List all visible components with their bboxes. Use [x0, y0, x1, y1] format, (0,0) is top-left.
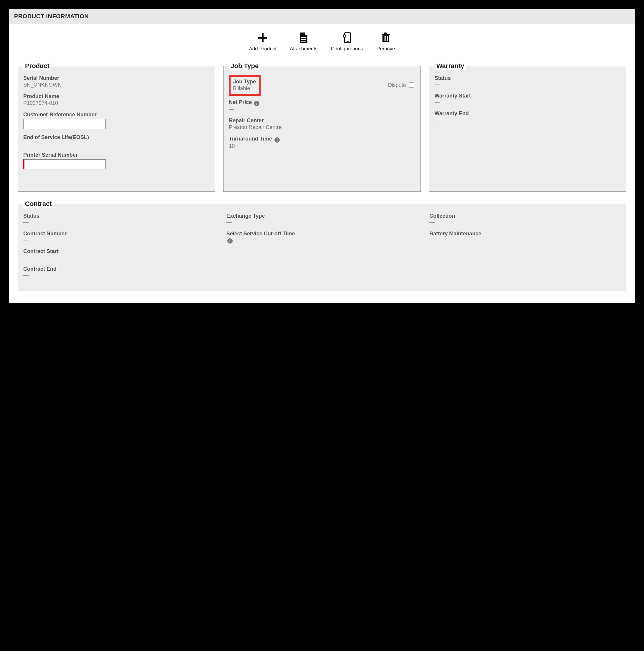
- warranty-fieldset: Warranty Status — Warranty Start — Warra…: [429, 62, 626, 192]
- jobtype-label: Job Type: [233, 79, 256, 85]
- contract-fieldset: Contract Status — Contract Number — Cont…: [18, 200, 626, 291]
- cutoff-time-label: Select Service Cut-off Time i: [226, 231, 418, 244]
- attachments-label: Attachments: [290, 46, 318, 52]
- remove-label: Remove: [376, 46, 395, 52]
- add-product-button[interactable]: Add Product: [249, 32, 277, 52]
- contract-end-value: —: [23, 272, 215, 278]
- svg-point-7: [343, 35, 346, 37]
- warranty-end-label: Warranty End: [434, 111, 621, 117]
- jobtype-value: Billable: [233, 86, 256, 92]
- contract-number-value: —: [23, 237, 215, 243]
- dispute-label: Dispute: [388, 82, 406, 88]
- collection-label: Collection: [429, 213, 621, 219]
- svg-rect-13: [387, 36, 388, 41]
- contract-number-label: Contract Number: [23, 231, 215, 237]
- serial-number-label: Serial Number: [23, 75, 210, 81]
- configurations-label: Configurations: [331, 46, 363, 52]
- svg-rect-3: [301, 39, 307, 40]
- net-price-value: —: [229, 106, 415, 112]
- svg-rect-10: [384, 33, 387, 34]
- dispute-checkbox[interactable]: [409, 83, 414, 88]
- attachments-button[interactable]: Attachments: [290, 32, 318, 52]
- jobtype-highlight: Job Type Billable: [229, 75, 261, 96]
- eosl-label: End of Service Life(EOSL): [23, 134, 210, 141]
- warranty-start-value: —: [434, 99, 621, 105]
- info-icon[interactable]: i: [275, 137, 280, 143]
- info-icon[interactable]: i: [254, 101, 259, 106]
- svg-rect-11: [384, 36, 385, 41]
- configurations-button[interactable]: Configurations: [331, 32, 363, 52]
- contract-start-label: Contract Start: [23, 248, 215, 254]
- turnaround-label: Turnaround Time i: [229, 136, 415, 143]
- repair-center-label: Repair Center: [229, 118, 415, 124]
- repair-center-value: Preston Repair Centre: [229, 124, 415, 130]
- document-icon: [298, 32, 309, 43]
- section-title: PRODUCT INFORMATION: [14, 13, 89, 20]
- content-area: Add Product Attachments Configurations R…: [9, 24, 635, 303]
- warranty-status-label: Status: [434, 75, 621, 81]
- printer-serial-label: Printer Serial Number: [23, 152, 210, 158]
- exchange-type-label: Exchange Type: [226, 213, 418, 219]
- serial-number-value: SN_UNKNOWN: [23, 82, 210, 88]
- dispute-control[interactable]: Dispute: [388, 82, 415, 89]
- section-header: PRODUCT INFORMATION: [9, 9, 635, 24]
- svg-rect-12: [385, 36, 386, 41]
- jobtype-legend: Job Type: [229, 62, 260, 70]
- warranty-legend: Warranty: [434, 62, 466, 70]
- product-legend: Product: [23, 62, 51, 70]
- svg-rect-2: [301, 37, 307, 38]
- collection-value: —: [429, 219, 621, 225]
- svg-rect-9: [382, 34, 390, 35]
- remove-button[interactable]: Remove: [376, 32, 395, 52]
- contract-start-value: —: [23, 254, 215, 261]
- contract-legend: Contract: [23, 200, 53, 208]
- warranty-start-label: Warranty Start: [434, 93, 621, 99]
- customer-reference-label: Customer Reference Number: [23, 112, 210, 118]
- warranty-end-value: —: [434, 117, 621, 123]
- action-toolbar: Add Product Attachments Configurations R…: [18, 32, 626, 52]
- device-gear-icon: [342, 32, 352, 43]
- svg-rect-4: [301, 41, 307, 41]
- info-icon[interactable]: i: [227, 238, 233, 244]
- product-info-panel: PRODUCT INFORMATION Add Product Attachme…: [9, 9, 635, 303]
- warranty-status-value: —: [434, 81, 621, 88]
- cutoff-time-value: —: [235, 244, 418, 250]
- svg-rect-6: [347, 41, 349, 41]
- trash-icon: [381, 32, 391, 43]
- contract-status-label: Status: [23, 213, 215, 219]
- contract-end-label: Contract End: [23, 266, 215, 272]
- product-name-value: P1037974-010: [23, 100, 210, 106]
- product-fieldset: Product Serial Number SN_UNKNOWN Product…: [18, 62, 215, 192]
- turnaround-value: 10: [229, 143, 415, 149]
- product-name-label: Product Name: [23, 93, 210, 99]
- net-price-label: Net Price i: [229, 99, 415, 106]
- svg-rect-1: [258, 37, 267, 39]
- printer-serial-input[interactable]: [23, 159, 106, 169]
- detail-columns: Product Serial Number SN_UNKNOWN Product…: [18, 62, 626, 192]
- exchange-type-value: —: [226, 219, 418, 225]
- eosl-value: —: [23, 141, 210, 147]
- battery-maintenance-label: Battery Maintenance: [429, 231, 621, 237]
- customer-reference-input[interactable]: [23, 119, 106, 129]
- jobtype-fieldset: Job Type Job Type Billable Dispute Net P…: [223, 62, 420, 192]
- plus-icon: [257, 32, 268, 43]
- add-product-label: Add Product: [249, 46, 277, 52]
- contract-status-value: —: [23, 219, 215, 225]
